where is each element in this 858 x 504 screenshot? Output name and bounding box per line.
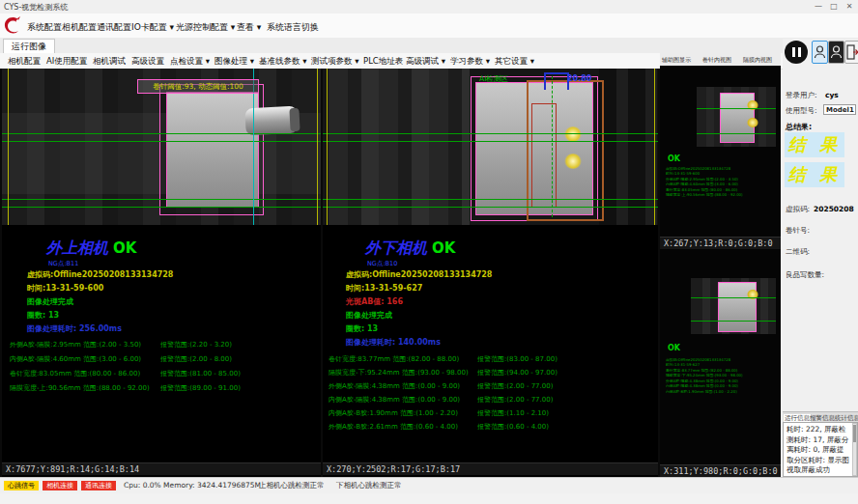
measure-row: 隔膜宽度-下:95.24mm 范围:(93.00 - 98.00) <box>329 368 469 378</box>
menu-item-light-config[interactable]: 光源控制配置 ▾ <box>176 21 235 34</box>
qr-code-label: 二维码: <box>786 247 810 257</box>
middle-camera-panel[interactable]: 20.80 AI检测区 外下相机 OK NG点:B10 虚拟码:Offline2… <box>323 69 658 477</box>
tool-image-process[interactable]: 图像处理 ▾ <box>214 56 254 68</box>
window-title: CYS-视觉检测系统 <box>4 2 68 13</box>
menu-item-camera-config[interactable]: 相机配置 <box>62 21 97 34</box>
heartbeat-badge: 心跳信号 <box>4 481 39 490</box>
thumbnail-bottom[interactable]: OK 虚拟码:Offline20250208133134728 时间:13-31… <box>660 249 781 477</box>
log-text: 耗时: 222, 屏蔽检测耗时: 17, 屏蔽分离耗时: 0, 屏蔽提取分区耗时… <box>786 425 849 477</box>
tool-camera-debug[interactable]: 相机调试 <box>93 56 126 68</box>
dashed-measure-line <box>552 76 553 217</box>
left-camera-title: 外上相机 <box>46 238 108 257</box>
middle-camera-image: 20.80 AI检测区 <box>323 69 658 225</box>
tab-run-image[interactable]: 运行图像 <box>3 39 55 54</box>
login-user-value: cys <box>825 91 839 99</box>
close-button[interactable]: ✕ <box>843 1 856 12</box>
tool-learn-param[interactable]: 学习参数 ▾ <box>450 56 490 68</box>
log-box[interactable]: 耗时: 222, 屏蔽检测耗时: 17, 屏蔽分离耗时: 0, 屏蔽提取分区耗时… <box>783 422 858 477</box>
yellow-edge-line-left <box>327 69 328 225</box>
left-turns-text: 圈数: 13 <box>27 310 59 321</box>
measure-row: 内侧A胶-隔膜:4.60mm 范围:(3.00 - 6.00) <box>10 354 141 364</box>
thumb-bottom-coordinate-bar: X:311;Y:980;R:0;G:0;B:0 <box>660 464 781 477</box>
left-camera-title-row: 外上相机 OK <box>46 238 136 259</box>
measure-row: 外侧A胶-B胶:2.61mm 范围:(0.60 - 4.00) <box>329 422 458 432</box>
tool-advanced-set[interactable]: 高级设置 <box>131 56 164 68</box>
tool-camera-config[interactable]: 相机配置 <box>8 56 41 68</box>
result-upper-text: 结 果 <box>788 134 841 154</box>
exit-door-icon <box>845 48 858 67</box>
middle-camera-title: 外下相机 <box>365 238 427 257</box>
thumb-tab-membrane[interactable]: 隔膜内视图 <box>743 56 772 65</box>
left-camera-panel[interactable]: 卷针阈值:93, 动态阈值:100 外上相机 OK NG点:B11 虚拟码:Of… <box>2 69 321 477</box>
menubar: 系统配置 相机配置 通讯配置 IO卡配置 ▾ 光源控制配置 ▾ 查看 ▾ 系统语… <box>0 14 858 38</box>
tool-test-param[interactable]: 测试项参数 ▾ <box>311 56 358 68</box>
menu-item-system-config[interactable]: 系统配置 <box>27 21 62 34</box>
login-user-button[interactable] <box>812 41 828 64</box>
menu-item-io-config[interactable]: IO卡配置 ▾ <box>131 21 174 34</box>
menu-item-language-switch[interactable]: 系统语言切换 <box>267 21 319 34</box>
thumbnail-top[interactable]: OK 虚拟码:Offline20250208133134728 时间:13-31… <box>660 66 781 249</box>
model-select[interactable]: Model1 <box>823 104 856 115</box>
thumb-top-coordinate-bar: X:267;Y:13;R:0;G:0;B:0 <box>660 237 781 249</box>
tool-other-settings[interactable]: 其它设置 ▾ <box>495 56 534 68</box>
thumb-text-block: 虚拟码:Offline20250208133134728 时间:13-31-59… <box>666 166 786 198</box>
alarm-range: 报警范围:(83.00 - 87.00) <box>477 354 558 364</box>
thumb-result: OK <box>668 344 680 352</box>
tool-baseline-param[interactable]: 基准线参数 ▾ <box>259 56 306 68</box>
tab-strip: 运行图像 <box>0 38 858 54</box>
pause-icon <box>798 47 801 57</box>
ai-region-label: AI检测区 <box>479 74 508 84</box>
upper-camera-heartbeat-text: 上相机心跳检测正常 <box>259 481 325 490</box>
glare-spot <box>564 154 582 169</box>
thumbnail-tabs: 辅助图显示 卷针内视图 隔膜内视图 <box>660 53 781 67</box>
good-count-label: 良品写数量: <box>786 270 824 280</box>
measure-row: 内侧A胶-B胶:1.90mm 范围:(1.00 - 2.20) <box>329 408 458 418</box>
alarm-range: 报警范围:(2.00 - 77.00) <box>477 395 553 405</box>
pause-button[interactable] <box>785 41 808 64</box>
tool-ai-config[interactable]: AI使用配置 <box>46 56 87 68</box>
admin-user-button[interactable] <box>828 41 844 64</box>
left-coordinate-bar: X:7677;Y:891;R:14;G:14;B:14 <box>2 462 321 475</box>
exit-button[interactable] <box>844 41 858 64</box>
middle-elapsed-text: 图像处理耗时: 140.00ms <box>346 337 441 348</box>
thumb-tab-needle[interactable]: 卷针内视图 <box>702 56 731 65</box>
blue-measure-bracket <box>544 72 569 90</box>
maximize-button[interactable]: □ <box>827 1 841 12</box>
middle-time-text: 时间:13-31-59-627 <box>346 283 422 294</box>
tool-spot-check[interactable]: 点检设置 ▾ <box>170 56 210 68</box>
baseline-bottom-2 <box>2 207 321 208</box>
machine-block <box>329 69 470 225</box>
log-scrollbar[interactable] <box>852 423 857 476</box>
app-logo-icon <box>3 15 22 40</box>
alarm-range: 报警范围:(2.20 - 3.20) <box>160 340 232 350</box>
left-camera-image: 卷针阈值:93, 动态阈值:100 <box>2 69 321 225</box>
yellow-edge-line-right <box>654 69 655 225</box>
baseline-top-2 <box>323 141 658 142</box>
yellow-edge-line-left <box>8 69 9 225</box>
menu-item-view[interactable]: 查看 ▾ <box>237 21 261 34</box>
thumb-baseline <box>697 108 776 109</box>
thumb-baseline <box>691 321 776 322</box>
tool-advanced-debug[interactable]: 高级调试 ▾ <box>406 56 445 68</box>
needle-no-label: 卷针号: <box>786 226 810 236</box>
virtual-code-label: 虚拟码: <box>786 205 810 214</box>
measure-tag-value: 20.80 <box>567 74 591 83</box>
minimize-button[interactable]: — <box>812 1 825 12</box>
left-time-text: 时间:13-31-59-600 <box>27 283 103 294</box>
thumb-image <box>697 87 776 147</box>
menu-item-comm-config[interactable]: 通讯配置 <box>97 21 131 34</box>
thumb-tab-aux[interactable]: 辅助图显示 <box>662 56 691 65</box>
middle-alarm-text: 光斑AB值: 166 <box>346 296 403 307</box>
user-icon <box>813 48 827 67</box>
measure-row: 隔膜宽度-上:90.56mm 范围:(88.00 - 92.00) <box>10 383 150 393</box>
middle-barcode-text: 虚拟码:Offline20250208133134728 <box>346 269 492 280</box>
thumb-baseline <box>691 297 776 298</box>
baseline-bottom-1 <box>2 199 321 200</box>
machine-block-right <box>599 69 658 225</box>
app-window: CYS-视觉检测系统 — □ ✕ 系统配置 相机配置 通讯配置 IO卡配置 ▾ … <box>0 0 858 504</box>
alarm-range: 报警范围:(2.00 - 77.00) <box>477 381 553 391</box>
log-scrollbar-thumb[interactable] <box>853 425 856 442</box>
red-roi-box <box>531 103 557 208</box>
tool-plc-table[interactable]: PLC地址表 <box>363 56 403 68</box>
camera-link-badge: 相机连接 <box>43 481 77 490</box>
